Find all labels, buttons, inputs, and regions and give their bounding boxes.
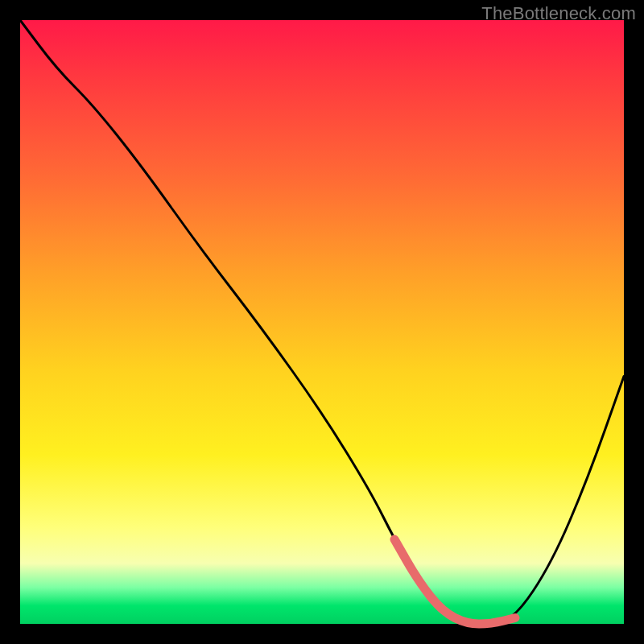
bottleneck-curve [20,20,624,624]
curve-svg [20,20,624,624]
optimal-range-highlight [394,539,515,624]
plot-area [20,20,624,624]
chart-frame: TheBottleneck.com [0,0,644,644]
